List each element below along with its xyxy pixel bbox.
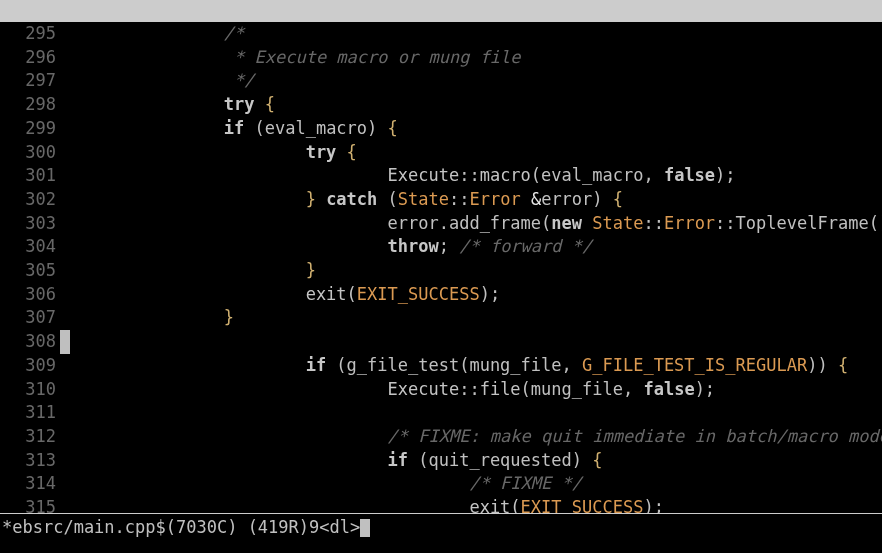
code-line: 315 exit(EXIT_SUCCESS);	[0, 496, 882, 513]
line-number: 314	[0, 472, 60, 496]
line-number: 306	[0, 283, 60, 307]
line-number: 310	[0, 378, 60, 402]
line-number: 296	[0, 46, 60, 70]
line-number: 312	[0, 425, 60, 449]
code-line: 299 if (eval_macro) {	[0, 117, 882, 141]
line-number: 299	[0, 117, 60, 141]
cmdline-cursor	[360, 519, 370, 537]
status-divider	[0, 513, 882, 514]
code-line: 308	[0, 330, 882, 354]
line-number: 309	[0, 354, 60, 378]
code-line: 297 */	[0, 69, 882, 93]
code-line: 314 /* FIXME */	[0, 472, 882, 496]
status-bar: *ebsrc/main.cpp$(7030C) (419R)9<dl>	[0, 513, 882, 553]
line-number: 301	[0, 164, 60, 188]
line-number: 311	[0, 401, 60, 425]
code-line: 302 } catch (State::Error &error) {	[0, 188, 882, 212]
line-number: 303	[0, 212, 60, 236]
code-line: 298 try {	[0, 93, 882, 117]
line-number: 300	[0, 141, 60, 165]
line-number: 315	[0, 496, 60, 513]
cursor	[60, 330, 70, 354]
line-number: 297	[0, 69, 60, 93]
line-number: 295	[0, 22, 60, 46]
editor-viewport[interactable]: 295 /* 296 * Execute macro or mung file …	[0, 22, 882, 513]
code-line: 310 Execute::file(mung_file, false);	[0, 378, 882, 402]
code-line: 296 * Execute macro or mung file	[0, 46, 882, 70]
line-number: 298	[0, 93, 60, 117]
line-number: 302	[0, 188, 60, 212]
line-number: 313	[0, 449, 60, 473]
title-bar: SciTECO - <Buffer> /home/rhaberkorn/work…	[0, 0, 882, 22]
code-line: 304 throw; /* forward */	[0, 235, 882, 259]
line-number: 307	[0, 306, 60, 330]
code-line: 305 }	[0, 259, 882, 283]
code-line: 306 exit(EXIT_SUCCESS);	[0, 283, 882, 307]
code-line: 313 if (quit_requested) {	[0, 449, 882, 473]
code-line: 295 /*	[0, 22, 882, 46]
line-number: 308	[0, 330, 60, 354]
line-number: 305	[0, 259, 60, 283]
code-line: 309 if (g_file_test(mung_file, G_FILE_TE…	[0, 354, 882, 378]
code-line: 307 }	[0, 306, 882, 330]
code-line: 300 try {	[0, 141, 882, 165]
command-line[interactable]: *ebsrc/main.cpp$(7030C) (419R)9<dl>	[0, 516, 882, 544]
code-line: 311	[0, 401, 882, 425]
line-number: 304	[0, 235, 60, 259]
code-line: 301 Execute::macro(eval_macro, false);	[0, 164, 882, 188]
code-line: 312 /* FIXME: make quit immediate in bat…	[0, 425, 882, 449]
code-line: 303 error.add_frame(new State::Error::To…	[0, 212, 882, 236]
